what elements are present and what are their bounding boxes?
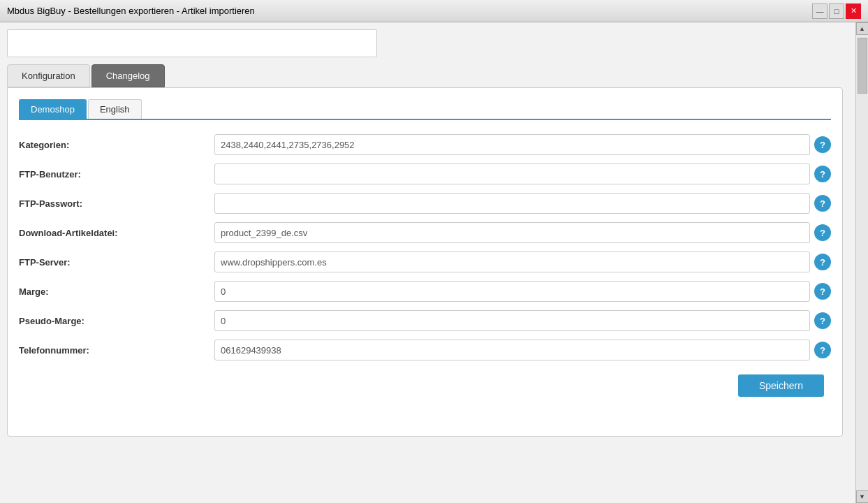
input-wrap-kategorien: ? bbox=[214, 134, 831, 155]
label-telefonnummer: Telefonnummer: bbox=[19, 345, 214, 356]
label-pseudo-marge: Pseudo-Marge: bbox=[19, 316, 214, 326]
inner-tab-english[interactable]: English bbox=[88, 99, 142, 119]
input-wrap-telefonnummer: ? bbox=[214, 340, 831, 360]
minimize-button[interactable]: — bbox=[812, 3, 827, 19]
form-row-telefonnummer: Telefonnummer:? bbox=[19, 340, 831, 360]
input-wrap-ftp-passwort: ? bbox=[214, 193, 831, 214]
input-ftp-passwort[interactable] bbox=[214, 193, 810, 214]
form-row-kategorien: Kategorien:? bbox=[19, 134, 831, 155]
label-download-artikeldatei: Download-Artikeldatei: bbox=[19, 228, 214, 238]
label-marge: Marge: bbox=[19, 286, 214, 297]
maximize-button[interactable]: □ bbox=[829, 3, 844, 19]
label-kategorien: Kategorien: bbox=[19, 140, 214, 150]
input-wrap-pseudo-marge: ? bbox=[214, 310, 831, 331]
input-ftp-server[interactable] bbox=[214, 252, 810, 272]
label-ftp-server: FTP-Server: bbox=[19, 257, 214, 268]
input-kategorien[interactable] bbox=[214, 134, 810, 155]
top-bar bbox=[7, 29, 377, 57]
content-wrapper: Konfiguration Changelog Demoshop English… bbox=[0, 22, 855, 444]
main-tabs: Konfiguration Changelog bbox=[7, 64, 843, 87]
tab-changelog[interactable]: Changelog bbox=[91, 64, 165, 87]
help-btn-telefonnummer[interactable]: ? bbox=[814, 342, 831, 358]
input-wrap-ftp-server: ? bbox=[214, 252, 831, 272]
save-button[interactable]: Speichern bbox=[738, 374, 824, 397]
input-telefonnummer[interactable] bbox=[214, 340, 810, 360]
input-wrap-download-artikeldatei: ? bbox=[214, 222, 831, 243]
save-btn-wrap: Speichern bbox=[19, 374, 831, 397]
help-btn-download-artikeldatei[interactable]: ? bbox=[814, 224, 831, 241]
help-btn-pseudo-marge[interactable]: ? bbox=[814, 312, 831, 329]
form-fields: Kategorien:?FTP-Benutzer:?FTP-Passwort:?… bbox=[19, 134, 831, 360]
close-button[interactable]: ✕ bbox=[846, 3, 861, 19]
input-pseudo-marge[interactable] bbox=[214, 310, 810, 331]
form-row-download-artikeldatei: Download-Artikeldatei:? bbox=[19, 222, 831, 243]
scroll-down-button[interactable]: ▼ bbox=[856, 490, 869, 503]
input-ftp-benutzer[interactable] bbox=[214, 163, 810, 184]
inner-tab-demoshop[interactable]: Demoshop bbox=[19, 99, 87, 119]
scroll-up-button[interactable]: ▲ bbox=[856, 22, 869, 35]
help-btn-ftp-passwort[interactable]: ? bbox=[814, 195, 831, 212]
scrollbar-right: ▲ ▼ bbox=[855, 22, 868, 503]
help-btn-ftp-benutzer[interactable]: ? bbox=[814, 166, 831, 182]
main-area: ▲ ▼ Konfiguration Changelog Demoshop Eng… bbox=[0, 22, 868, 503]
tab-konfiguration[interactable]: Konfiguration bbox=[7, 64, 90, 87]
label-ftp-benutzer: FTP-Benutzer: bbox=[19, 169, 214, 180]
input-marge[interactable] bbox=[214, 281, 810, 302]
form-row-marge: Marge:? bbox=[19, 281, 831, 302]
inner-tabs: Demoshop English bbox=[19, 99, 831, 120]
label-ftp-passwort: FTP-Passwort: bbox=[19, 198, 214, 209]
help-btn-marge[interactable]: ? bbox=[814, 283, 831, 300]
input-wrap-marge: ? bbox=[214, 281, 831, 302]
config-panel: Demoshop English Kategorien:?FTP-Benutze… bbox=[7, 87, 843, 437]
window-controls: — □ ✕ bbox=[812, 3, 861, 19]
input-download-artikeldatei[interactable] bbox=[214, 222, 810, 243]
scroll-thumb[interactable] bbox=[858, 38, 867, 94]
form-row-ftp-passwort: FTP-Passwort:? bbox=[19, 193, 831, 214]
input-wrap-ftp-benutzer: ? bbox=[214, 163, 831, 184]
form-row-pseudo-marge: Pseudo-Marge:? bbox=[19, 310, 831, 331]
form-row-ftp-benutzer: FTP-Benutzer:? bbox=[19, 163, 831, 184]
window-title: Mbdus BigBuy - Bestellungen exportieren … bbox=[7, 6, 255, 16]
help-btn-kategorien[interactable]: ? bbox=[814, 136, 831, 153]
form-row-ftp-server: FTP-Server:? bbox=[19, 252, 831, 272]
help-btn-ftp-server[interactable]: ? bbox=[814, 254, 831, 270]
title-bar: Mbdus BigBuy - Bestellungen exportieren … bbox=[0, 0, 868, 22]
